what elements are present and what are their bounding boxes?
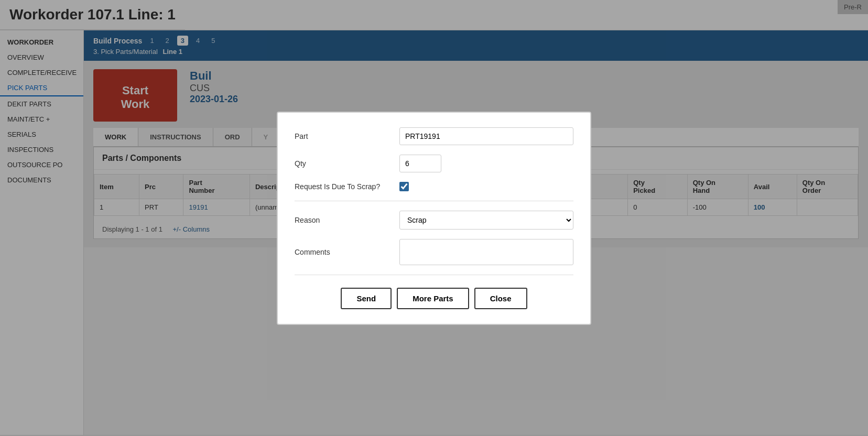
more-parts-button[interactable]: More Parts [397, 288, 469, 309]
close-button[interactable]: Close [474, 288, 527, 309]
modal-overlay: Part Qty Request Is Due To Scrap? Reason… [0, 0, 868, 436]
comments-input[interactable] [399, 239, 573, 265]
comments-form-row: Comments [295, 239, 573, 265]
scrap-form-row: Request Is Due To Scrap? [295, 182, 573, 191]
comments-label: Comments [295, 248, 399, 256]
reason-label: Reason [295, 216, 399, 224]
reason-form-row: Reason Scrap Damage Other [295, 211, 573, 230]
scrap-label: Request Is Due To Scrap? [295, 182, 399, 191]
qty-form-row: Qty [295, 155, 573, 172]
part-label: Part [295, 132, 399, 140]
modal-footer: Send More Parts Close [295, 288, 573, 309]
qty-input[interactable] [399, 155, 441, 172]
modal: Part Qty Request Is Due To Scrap? Reason… [277, 112, 591, 325]
send-button[interactable]: Send [341, 288, 392, 309]
part-form-row: Part [295, 127, 573, 145]
qty-label: Qty [295, 159, 399, 168]
scrap-checkbox[interactable] [399, 182, 409, 191]
reason-select[interactable]: Scrap Damage Other [399, 211, 573, 230]
part-input[interactable] [399, 127, 573, 145]
